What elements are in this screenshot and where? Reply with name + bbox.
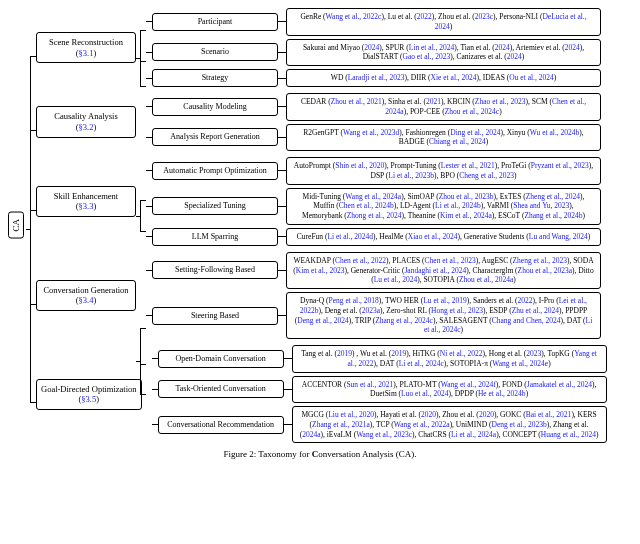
- subtopic-node: Setting-Following Based: [152, 261, 278, 279]
- subtopic-column: Automatic Prompt OptimizationAutoPrompt …: [146, 157, 601, 246]
- references-node: Sakurai and Miyao (2024), SPUR (Lin et a…: [286, 39, 601, 67]
- subtopic-node: Specialized Tuning: [152, 197, 278, 215]
- subtopic-node: Task-Oriented Conversation: [158, 380, 284, 398]
- subtopic-row: Specialized TuningMidi-Tuning (Wang et a…: [146, 188, 601, 225]
- category-bracket: [136, 252, 146, 339]
- references-node: WEAKDAP (Chen et al., 2022), PLACES (Che…: [286, 252, 601, 289]
- subtopic-node: Scenario: [152, 43, 278, 61]
- subtopic-node: Open-Domain Conversation: [158, 350, 284, 368]
- subtopic-node: Analysis Report Generation: [152, 128, 278, 146]
- subtopic-row: LLM SparringCureFun (Li et al., 2024d), …: [146, 228, 601, 246]
- category-bracket: [136, 93, 146, 151]
- category-block: Scene Reconstruction(§3.1)ParticipantGen…: [36, 8, 607, 87]
- category-block: Conversation Generation(§3.4)Setting-Fol…: [36, 252, 607, 339]
- references-node: ACCENTOR (Sun et al., 2021), PLATO-MT (W…: [292, 376, 607, 404]
- references-node: WD (Laradji et al., 2023), DIIR (Xie et …: [286, 69, 601, 87]
- subtopic-node: Automatic Prompt Optimization: [152, 162, 278, 180]
- subtopic-row: Steering BasedDyna-Q (Peng et al., 2018)…: [146, 292, 601, 339]
- category-node: Causality Analysis(§3.2): [36, 106, 136, 137]
- category-bracket: [136, 8, 146, 87]
- references-node: Tang et al. (2019) , Wu et al. (2019), H…: [292, 345, 607, 373]
- category-node: Goal-Directed Optimization(§3.5): [36, 379, 142, 410]
- category-node: Conversation Generation(§3.4): [36, 280, 136, 311]
- category-bracket: [136, 157, 146, 246]
- subtopic-row: ScenarioSakurai and Miyao (2024), SPUR (…: [146, 39, 601, 67]
- references-node: GenRe (Wang et al., 2022c), Lu et al. (2…: [286, 8, 601, 36]
- subtopic-row: Causality ModelingCEDAR (Zhou et al., 20…: [146, 93, 601, 121]
- figure-caption: Figure 2: Taxonomy for Conversation Anal…: [8, 449, 632, 459]
- references-node: MGCG (Liu et al., 2020), Hayati et al. (…: [292, 406, 607, 443]
- references-node: AutoPrompt (Shin et al., 2020), Prompt-T…: [286, 157, 601, 185]
- references-node: CureFun (Li et al., 2024d), HealMe (Xiao…: [286, 228, 601, 246]
- category-block: Skill Enhancement(§3.3)Automatic Prompt …: [36, 157, 607, 246]
- subtopic-node: Strategy: [152, 69, 278, 87]
- references-node: R2GenGPT (Wang et al., 2023d), Fashionre…: [286, 124, 601, 152]
- subtopic-node: Participant: [152, 13, 278, 31]
- subtopic-row: ParticipantGenRe (Wang et al., 2022c), L…: [146, 8, 601, 36]
- root-node: CA: [8, 212, 24, 239]
- subtopic-row: Open-Domain ConversationTang et al. (201…: [152, 345, 607, 373]
- subtopic-row: Automatic Prompt OptimizationAutoPrompt …: [146, 157, 601, 185]
- subtopic-node: Causality Modeling: [152, 98, 278, 116]
- references-node: Midi-Tuning (Wang et al., 2024a), SimOAP…: [286, 188, 601, 225]
- category-block: Causality Analysis(§3.2)Causality Modeli…: [36, 93, 607, 151]
- category-bracket: [142, 345, 152, 443]
- subtopic-node: Conversational Recommendation: [158, 416, 284, 434]
- subtopic-node: Steering Based: [152, 307, 278, 325]
- references-node: Dyna-Q (Peng et al., 2018), TWO HER (Lu …: [286, 292, 601, 339]
- subtopic-column: Open-Domain ConversationTang et al. (201…: [152, 345, 607, 443]
- subtopic-row: Analysis Report GenerationR2GenGPT (Wang…: [146, 124, 601, 152]
- taxonomy-tree: CA Scene Reconstruction(§3.1)Participant…: [8, 8, 632, 443]
- subtopic-node: LLM Sparring: [152, 228, 278, 246]
- subtopic-row: StrategyWD (Laradji et al., 2023), DIIR …: [146, 69, 601, 87]
- root-bracket: [26, 8, 36, 443]
- references-node: CEDAR (Zhou et al., 2021), Sinha et al. …: [286, 93, 601, 121]
- subtopic-row: Conversational RecommendationMGCG (Liu e…: [152, 406, 607, 443]
- subtopic-column: Setting-Following BasedWEAKDAP (Chen et …: [146, 252, 601, 339]
- category-block: Goal-Directed Optimization(§3.5)Open-Dom…: [36, 345, 607, 443]
- subtopic-row: Setting-Following BasedWEAKDAP (Chen et …: [146, 252, 601, 289]
- category-node: Scene Reconstruction(§3.1): [36, 32, 136, 63]
- subtopic-column: ParticipantGenRe (Wang et al., 2022c), L…: [146, 8, 601, 87]
- subtopic-row: Task-Oriented ConversationACCENTOR (Sun …: [152, 376, 607, 404]
- category-node: Skill Enhancement(§3.3): [36, 186, 136, 217]
- subtopic-column: Causality ModelingCEDAR (Zhou et al., 20…: [146, 93, 601, 151]
- caption-prefix: Figure 2: Taxonomy for: [224, 449, 312, 459]
- caption-rest: onversation Analysis (CA).: [318, 449, 416, 459]
- categories-column: Scene Reconstruction(§3.1)ParticipantGen…: [36, 8, 607, 443]
